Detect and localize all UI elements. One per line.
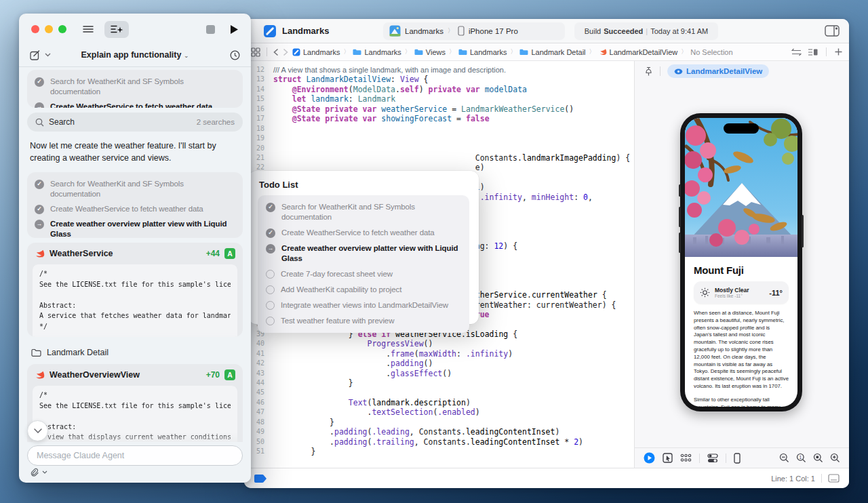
canvas-toolbar: 1 bbox=[635, 447, 849, 468]
file-change-card[interactable]: WeatherOverviewView +70 A /*See the LICE… bbox=[27, 364, 243, 442]
breadcrumb-item[interactable]: Landmarks bbox=[458, 48, 507, 56]
code-line[interactable]: 47 .textSelection(.enabled) bbox=[244, 407, 634, 417]
source-editor[interactable]: 12/// A view that shows a single landmar… bbox=[244, 61, 634, 468]
message-input[interactable] bbox=[27, 445, 243, 466]
preview-device-button[interactable] bbox=[734, 453, 741, 464]
minimize-window-button[interactable] bbox=[45, 25, 53, 33]
weather-feels-like: Feels like -11° bbox=[715, 294, 749, 299]
zoom-window-button[interactable] bbox=[58, 25, 66, 33]
code-line[interactable]: 42 .padding() bbox=[244, 359, 634, 368]
todo-item[interactable]: Add WeatherKit capability to project bbox=[266, 285, 461, 295]
selectable-mode-button[interactable] bbox=[663, 453, 673, 463]
breadcrumb-item[interactable]: Views bbox=[414, 48, 446, 56]
code-line[interactable]: 16 @State private var weatherService = L… bbox=[244, 104, 634, 114]
todo-item[interactable]: Search for WeatherKit and SF Symbols doc… bbox=[266, 202, 461, 222]
code-line[interactable]: 45 bbox=[244, 388, 634, 397]
code-preview-line: A service that fetches weather data for … bbox=[39, 312, 231, 323]
stop-button[interactable] bbox=[206, 25, 215, 34]
weather-platter[interactable]: Mostly Clear Feels like -11° -11° bbox=[694, 281, 789, 304]
code-preview: /*See the LICENSE.txt file for this samp… bbox=[33, 386, 237, 442]
history-clock-icon[interactable] bbox=[230, 50, 240, 60]
close-window-button[interactable] bbox=[31, 25, 39, 33]
todo-item[interactable]: Test weather feature with preview bbox=[266, 316, 461, 326]
bookmark-tag-icon[interactable] bbox=[254, 474, 268, 483]
code-line[interactable]: 21 Constants.landmarkImagePadding) { bbox=[244, 153, 634, 163]
chevron-down-icon[interactable] bbox=[42, 470, 47, 474]
session-list-icon[interactable] bbox=[83, 25, 94, 33]
todo-item[interactable]: Create WeatherService to fetch weather d… bbox=[266, 228, 461, 238]
run-button[interactable] bbox=[230, 24, 239, 35]
editor-options-icon[interactable] bbox=[808, 48, 818, 56]
activity-viewer[interactable]: Build Succeeded | Today at 9:41 AM bbox=[574, 22, 718, 40]
code-line[interactable]: 41 .frame(maxWidth: .infinity) bbox=[244, 349, 634, 359]
code-line[interactable]: 13struct LandmarkDetailView: View { bbox=[244, 75, 634, 84]
breadcrumb-item[interactable]: Landmarks bbox=[353, 48, 401, 56]
diff-count: +70 bbox=[206, 370, 220, 380]
todo-item[interactable]: Create WeatherService to fetch weather d… bbox=[35, 204, 235, 214]
code-line[interactable]: 43 .glassEffect() bbox=[244, 369, 634, 378]
code-line[interactable]: 14 @Environment(ModelData.self) private … bbox=[244, 85, 634, 94]
zoom-out-button[interactable] bbox=[779, 453, 789, 463]
code-line[interactable]: 15 let landmark: Landmark bbox=[244, 94, 634, 104]
add-editor-icon[interactable] bbox=[835, 48, 842, 56]
breadcrumb-item[interactable]: Landmark Detail bbox=[519, 48, 585, 56]
device-settings-button[interactable] bbox=[707, 454, 718, 463]
code-line[interactable]: 20 bbox=[244, 144, 634, 153]
code-text: @Environment(ModelData.self) private var… bbox=[273, 85, 527, 94]
scroll-to-bottom-button[interactable] bbox=[27, 420, 48, 441]
agent-mode-button[interactable] bbox=[104, 21, 129, 38]
code-line[interactable]: 19 bbox=[244, 134, 634, 143]
code-line[interactable]: 44 } bbox=[244, 378, 634, 388]
todo-item[interactable]: Search for WeatherKit and SF Symbols doc… bbox=[35, 77, 235, 97]
pin-icon[interactable] bbox=[644, 66, 653, 77]
breadcrumb-item[interactable]: Landmarks bbox=[292, 48, 340, 56]
todo-item[interactable]: Search for WeatherKit and SF Symbols doc… bbox=[35, 179, 235, 199]
breadcrumb-item[interactable]: No Selection bbox=[690, 48, 732, 56]
iphone-preview[interactable]: Mount Fuji Mostly Clear Feels like -11° … bbox=[680, 113, 802, 411]
code-line[interactable]: 50 .padding(.trailing, Constants.leading… bbox=[244, 437, 634, 447]
code-review-icon[interactable] bbox=[791, 48, 802, 56]
code-line[interactable]: 12/// A view that shows a single landmar… bbox=[244, 65, 634, 75]
todo-item[interactable]: Create WeatherService to fetch weather d… bbox=[35, 102, 235, 108]
code-line[interactable]: 49 .padding(.leading, Constants.leadingC… bbox=[244, 427, 634, 437]
todo-state-icon bbox=[266, 270, 275, 279]
preview-canvas: LandmarkDetailView bbox=[634, 61, 849, 468]
todo-item[interactable]: Create weather overview platter view wit… bbox=[35, 219, 235, 238]
todo-item[interactable]: Create 7-day forecast sheet view bbox=[266, 269, 461, 279]
breadcrumb-item[interactable]: LandmarkDetailView bbox=[599, 48, 678, 56]
project-title: Landmarks bbox=[263, 24, 329, 38]
code-line[interactable]: 46 Text(landmark.description) bbox=[244, 398, 634, 407]
todo-item[interactable]: Integrate weather views into LandmarkDet… bbox=[266, 300, 461, 310]
editing-mode-icon[interactable] bbox=[828, 474, 840, 483]
live-preview-button[interactable] bbox=[644, 452, 655, 464]
search-tool-row[interactable]: Search 2 searches bbox=[27, 113, 243, 132]
file-group-row[interactable]: Landmark Detail bbox=[31, 348, 108, 357]
code-line[interactable]: 48 } bbox=[244, 418, 634, 427]
back-button[interactable] bbox=[273, 48, 279, 56]
file-change-card[interactable]: WeatherService +44 A /*See the LICENSE.t… bbox=[27, 243, 243, 337]
related-items-icon[interactable] bbox=[251, 47, 260, 57]
zoom-fit-button[interactable] bbox=[813, 453, 823, 463]
forward-button[interactable] bbox=[283, 48, 288, 56]
preview-tab[interactable]: LandmarkDetailView bbox=[667, 64, 769, 78]
session-title-dropdown[interactable]: Explain app functionality ⌄ bbox=[19, 50, 251, 60]
scheme-target[interactable]: Landmarks bbox=[405, 27, 443, 35]
zoom-100-button[interactable]: 1 bbox=[796, 453, 806, 463]
inspector-toggle-button[interactable] bbox=[825, 25, 840, 37]
code-preview-line: Abstract: bbox=[39, 302, 231, 313]
code-line[interactable]: 18 bbox=[244, 124, 634, 134]
code-line[interactable]: 40 ProgressView() bbox=[244, 339, 634, 348]
scheme-device[interactable]: iPhone 17 Pro bbox=[469, 27, 518, 35]
code-line[interactable]: 17 @State private var showingForecast = … bbox=[244, 114, 634, 123]
zoom-in-button[interactable] bbox=[830, 453, 840, 463]
breadcrumb-label: Landmarks bbox=[303, 48, 340, 56]
scheme-selector[interactable]: Landmarks 〉 iPhone 17 Pro bbox=[383, 22, 565, 40]
breadcrumb: Landmarks〉Landmarks〉Views〉Landmarks〉Land… bbox=[292, 47, 787, 56]
paperclip-icon[interactable] bbox=[30, 467, 39, 477]
code-line[interactable]: 51 } bbox=[244, 447, 634, 456]
todo-item[interactable]: Create weather overview platter view wit… bbox=[266, 243, 461, 264]
variants-button[interactable] bbox=[680, 454, 692, 462]
agent-conversation[interactable]: Search for WeatherKit and SF Symbols doc… bbox=[19, 66, 251, 442]
breadcrumb-label: Landmarks bbox=[470, 48, 507, 56]
todo-label: Create 7-day forecast sheet view bbox=[281, 269, 461, 279]
